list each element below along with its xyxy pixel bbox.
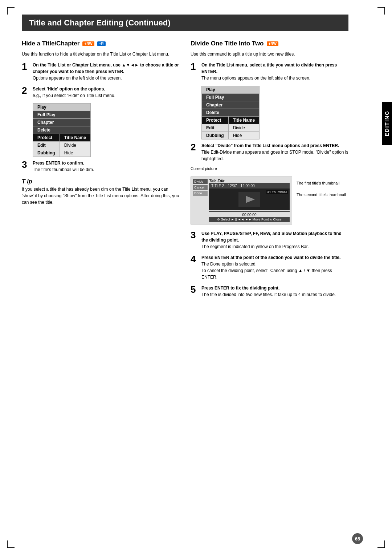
table-row: Play	[202, 86, 260, 94]
cancel-btn: Cancel	[193, 185, 208, 190]
title-info: TITLE 2 12/07 12:00:00	[209, 183, 290, 189]
table-row: Edit Divide	[33, 142, 91, 149]
table-row: Play	[33, 104, 91, 111]
controls-bar: ⊙ Select ► || ◄◄ ►► Move Point ∧ Close	[209, 217, 290, 222]
video-icon	[238, 192, 260, 207]
right-step-5: 5 Press ENTER to fix the dividing point.…	[191, 285, 348, 298]
left-step-1-num: 1	[22, 62, 30, 71]
menu-chapter-r: Chapter	[202, 101, 260, 109]
divide-labels: The first title's thumbnail The second t…	[297, 174, 346, 197]
right-step-5-content: Press ENTER to fix the dividing point. T…	[201, 285, 348, 298]
page-title: Title and Chapter Editing (Continued)	[22, 15, 348, 31]
menu-protect-r: Protect	[202, 117, 229, 124]
left-section-heading: Hide a Title/Chapter +RW +R	[22, 40, 180, 47]
right-step-2-num: 2	[191, 142, 199, 152]
left-menu-table: Play Full Play Chapter Delete Protect Ti…	[33, 103, 91, 157]
menu-divide-r: Divide	[228, 124, 259, 132]
right-step-3-num: 3	[191, 230, 199, 240]
title-date: 12/07	[228, 184, 237, 188]
table-row: Protect Title Name	[33, 134, 91, 142]
badge-r-left: +R	[97, 41, 106, 46]
left-step-3-content: Press ENTER to confirm. The title's thum…	[33, 160, 180, 173]
left-step-3: 3 Press ENTER to confirm. The title's th…	[22, 160, 180, 173]
title-edit-label: Title Edit	[209, 179, 290, 183]
left-intro: Use this function to hide a title/chapte…	[22, 51, 180, 57]
corner-bl	[7, 540, 15, 548]
title-name: TITLE 2	[211, 184, 224, 188]
left-step-2-content: Select 'Hide' option on the options. e.g…	[33, 86, 180, 99]
badge-rw-right: +RW	[267, 41, 278, 46]
menu-title-name-r: Title Name	[228, 117, 259, 124]
main-content: Hide a Title/Chapter +RW +R Use this fun…	[22, 40, 348, 302]
menu-edit-r: Edit	[202, 124, 229, 132]
menu-divide: Divide	[60, 142, 90, 149]
table-row: Chapter	[33, 119, 91, 126]
menu-delete-r: Delete	[202, 109, 260, 117]
table-row: Delete	[33, 126, 91, 134]
table-row: Edit Divide	[202, 124, 260, 132]
menu-dubbing: Dubbing	[33, 149, 60, 157]
progress-bar	[209, 211, 290, 212]
right-step-1: 1 On the Title List menu, select a title…	[191, 62, 348, 81]
corner-br	[377, 540, 385, 548]
page-number: 65	[352, 533, 363, 544]
right-menu-table: Play Full Play Chapter Delete Protect Ti…	[201, 86, 260, 139]
tip-box: T ip If you select a title that has alre…	[22, 177, 180, 206]
left-step-1: 1 On the Title List or Chapter List menu…	[22, 62, 180, 81]
badge-rw-left: +RW	[82, 41, 94, 46]
menu-protect: Protect	[33, 134, 60, 142]
thumbnail-label: #1 Thumbnail	[266, 190, 288, 194]
table-row: Protect Title Name	[202, 117, 260, 124]
right-step-4-content: Press ENTER at the point of the section …	[201, 254, 348, 280]
sidebar-editing-label: EDITING	[382, 102, 392, 145]
table-row: Dubbing Hide	[202, 132, 260, 139]
tip-label: T ip	[22, 178, 32, 185]
left-step-2-num: 2	[22, 86, 30, 95]
menu-full-play-r: Full Play	[202, 94, 260, 101]
menu-hide: Hide	[60, 149, 90, 157]
right-intro: Use this command to split a title up int…	[191, 51, 348, 57]
menu-edit: Edit	[33, 142, 60, 149]
done-btn: Done	[193, 191, 208, 196]
second-title-label: The second title's thumbnail	[297, 193, 346, 197]
video-area: #1 Thumbnail	[209, 189, 290, 210]
first-title-label: The first title's thumbnail	[297, 181, 346, 185]
right-step-3-content: Use PLAY, PAUSE/STEP, FF, REW, and Slow …	[201, 230, 348, 250]
menu-chapter: Chapter	[33, 119, 91, 126]
right-step-1-content: On the Title List menu, select a title y…	[201, 62, 348, 81]
corner-tr	[377, 7, 385, 15]
table-row: Chapter	[202, 101, 260, 109]
right-step-2-content: Select "Divide" from the Title List menu…	[201, 142, 348, 162]
menu-dubbing-r: Dubbing	[202, 132, 229, 139]
table-row: Full Play	[33, 111, 91, 119]
title-time: 12:00:00	[241, 184, 255, 188]
menu-hide-r: Hide	[228, 132, 259, 139]
divide-btn: Divide	[193, 179, 208, 184]
left-step-2: 2 Select 'Hide' option on the options. e…	[22, 86, 180, 99]
time-display: 00:00:00	[209, 213, 290, 217]
table-row: Full Play	[202, 94, 260, 101]
divide-screenshot-wrapper: Divide Cancel Done Title Edit TITLE 2 12…	[191, 174, 348, 227]
tip-text: If you select a title that has already b…	[22, 187, 179, 205]
right-step-4: 4 Press ENTER at the point of the sectio…	[191, 254, 348, 280]
right-step-1-num: 1	[191, 62, 199, 71]
right-step-3: 3 Use PLAY, PAUSE/STEP, FF, REW, and Slo…	[191, 230, 348, 250]
current-picture-label: Current picture	[191, 166, 348, 171]
menu-full-play: Full Play	[33, 111, 91, 119]
table-row: Dubbing Hide	[33, 149, 91, 157]
divide-screenshot: Divide Cancel Done Title Edit TITLE 2 12…	[191, 177, 292, 224]
right-step-2: 2 Select "Divide" from the Title List me…	[191, 142, 348, 162]
table-row: Delete	[202, 109, 260, 117]
left-section: Hide a Title/Chapter +RW +R Use this fun…	[22, 40, 180, 302]
right-section: Divide One Title Into Two +RW Use this c…	[191, 40, 348, 302]
menu-play: Play	[33, 104, 91, 111]
menu-play-r: Play	[202, 86, 260, 94]
menu-title-name: Title Name	[60, 134, 90, 142]
left-step-1-content: On the Title List or Chapter List menu, …	[33, 62, 180, 81]
right-step-4-num: 4	[191, 254, 199, 264]
menu-delete: Delete	[33, 126, 91, 134]
right-section-heading: Divide One Title Into Two +RW	[191, 40, 348, 47]
left-step-3-num: 3	[22, 160, 30, 169]
right-step-5-num: 5	[191, 285, 199, 294]
corner-tl	[7, 7, 15, 15]
